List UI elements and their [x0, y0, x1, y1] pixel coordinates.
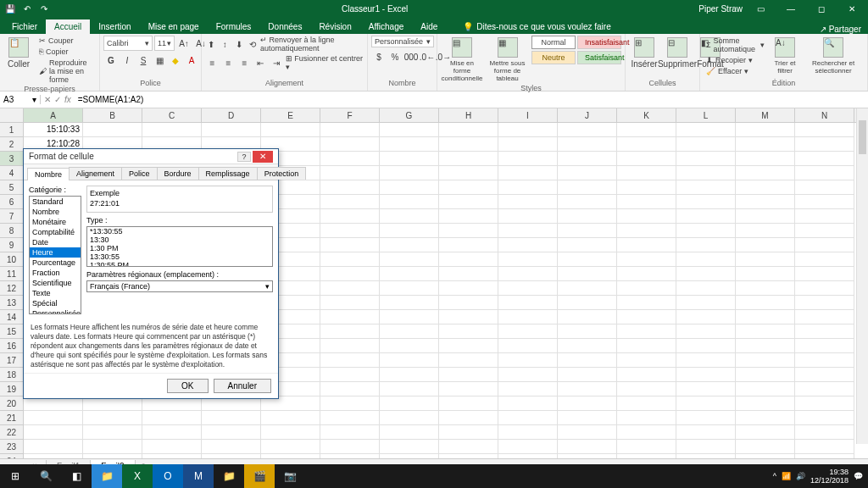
maximize-icon[interactable]: ◻	[809, 0, 834, 17]
cell-N11[interactable]	[795, 267, 854, 281]
category-item[interactable]: Personnalisée	[30, 308, 81, 314]
cell-I9[interactable]	[498, 238, 558, 252]
number-format-combo[interactable]: Personnalisée▾	[371, 36, 434, 47]
font-name-combo[interactable]: Calibri▾	[103, 36, 153, 51]
cell-N14[interactable]	[795, 310, 854, 324]
col-header-L[interactable]: L	[676, 108, 736, 122]
cell-H17[interactable]	[439, 353, 498, 368]
cell-G3[interactable]	[380, 152, 439, 166]
underline-button[interactable]: S	[136, 53, 151, 68]
cell-L10[interactable]	[676, 252, 736, 267]
col-header-D[interactable]: D	[202, 108, 261, 122]
cell-G1[interactable]	[380, 123, 439, 137]
cell-M13[interactable]	[736, 296, 795, 310]
cell-G4[interactable]	[380, 166, 439, 180]
cell-H24[interactable]	[439, 454, 498, 458]
cell-H10[interactable]	[439, 252, 498, 267]
cell-F15[interactable]	[320, 324, 380, 339]
cell-L4[interactable]	[676, 166, 736, 180]
cell-G12[interactable]	[380, 281, 439, 296]
cell-E24[interactable]	[261, 454, 320, 458]
cell-K21[interactable]	[617, 411, 676, 425]
tab-layout[interactable]: Mise en page	[140, 19, 208, 34]
cell-H14[interactable]	[439, 310, 498, 324]
row-header-9[interactable]: 9	[0, 238, 23, 252]
task-view-icon[interactable]: ◧	[61, 464, 92, 488]
cell-K6[interactable]	[617, 195, 676, 209]
row-header-11[interactable]: 11	[0, 267, 23, 281]
category-item[interactable]: Pourcentage	[30, 258, 81, 268]
cell-L24[interactable]	[676, 454, 736, 458]
cell-N2[interactable]	[795, 137, 854, 152]
cell-I8[interactable]	[498, 224, 558, 238]
row-header-24[interactable]: 24	[0, 454, 23, 458]
category-item[interactable]: Spécial	[30, 298, 81, 308]
cell-G16[interactable]	[380, 339, 439, 353]
cell-H16[interactable]	[439, 339, 498, 353]
cell-B1[interactable]	[83, 123, 142, 137]
category-item[interactable]: Texte	[30, 288, 81, 298]
cell-E1[interactable]	[261, 123, 320, 137]
dialog-tab-font[interactable]: Police	[121, 167, 158, 180]
cell-H1[interactable]	[439, 123, 498, 137]
row-header-16[interactable]: 16	[0, 339, 23, 353]
cell-M2[interactable]	[736, 137, 795, 152]
redo-icon[interactable]: ↷	[37, 2, 51, 15]
cell-H8[interactable]	[439, 224, 498, 238]
cell-M6[interactable]	[736, 195, 795, 209]
category-item[interactable]: Scientifique	[30, 278, 81, 288]
row-header-19[interactable]: 19	[0, 382, 23, 396]
cell-E21[interactable]	[261, 411, 320, 425]
cell-D1[interactable]	[202, 123, 261, 137]
category-item[interactable]: Monétaire	[30, 217, 81, 227]
cell-J24[interactable]	[558, 454, 617, 458]
row-header-8[interactable]: 8	[0, 224, 23, 238]
cell-N13[interactable]	[795, 296, 854, 310]
cell-K24[interactable]	[617, 454, 676, 458]
cell-H22[interactable]	[439, 425, 498, 440]
cell-M23[interactable]	[736, 440, 795, 454]
minimize-icon[interactable]: —	[778, 0, 804, 17]
cell-H18[interactable]	[439, 368, 498, 382]
close-icon[interactable]: ✕	[839, 0, 865, 17]
align-center-button[interactable]: ≡	[221, 55, 236, 70]
cancel-formula-icon[interactable]: ✕	[44, 95, 51, 104]
cell-G20[interactable]	[380, 396, 439, 411]
cell-F8[interactable]	[320, 224, 380, 238]
cell-J7[interactable]	[558, 209, 617, 224]
increase-decimal-button[interactable]: .0←	[420, 49, 435, 64]
row-header-2[interactable]: 2	[0, 137, 23, 152]
cell-I11[interactable]	[498, 267, 558, 281]
row-header-17[interactable]: 17	[0, 353, 23, 368]
cell-M7[interactable]	[736, 209, 795, 224]
cell-G5[interactable]	[380, 180, 439, 195]
cell-G24[interactable]	[380, 454, 439, 458]
cell-J4[interactable]	[558, 166, 617, 180]
align-top-button[interactable]: ⬆	[205, 36, 217, 52]
paste-button[interactable]: 📋Coller	[3, 36, 34, 70]
cell-K16[interactable]	[617, 339, 676, 353]
italic-button[interactable]: I	[120, 53, 135, 68]
wrap-text-button[interactable]: ↵ Renvoyer à la ligne automatiquement	[260, 36, 364, 53]
cell-I10[interactable]	[498, 252, 558, 267]
col-header-H[interactable]: H	[439, 108, 498, 122]
tray-chevron-icon[interactable]: ^	[773, 472, 776, 480]
cell-H9[interactable]	[439, 238, 498, 252]
cell-F6[interactable]	[320, 195, 380, 209]
row-header-1[interactable]: 1	[0, 123, 23, 137]
style-neutral[interactable]: Neutre	[531, 51, 576, 64]
copy-button[interactable]: ⎘ Copier	[36, 47, 96, 57]
style-good[interactable]: Satisfaisant	[577, 51, 621, 64]
col-header-B[interactable]: B	[83, 108, 142, 122]
col-header-F[interactable]: F	[320, 108, 380, 122]
cell-I14[interactable]	[498, 310, 558, 324]
cell-F11[interactable]	[320, 267, 380, 281]
cell-N9[interactable]	[795, 238, 854, 252]
save-icon[interactable]: 💾	[3, 2, 17, 15]
cell-N8[interactable]	[795, 224, 854, 238]
cell-H5[interactable]	[439, 180, 498, 195]
cell-E23[interactable]	[261, 440, 320, 454]
cell-K19[interactable]	[617, 382, 676, 396]
cell-G14[interactable]	[380, 310, 439, 324]
cell-K20[interactable]	[617, 396, 676, 411]
